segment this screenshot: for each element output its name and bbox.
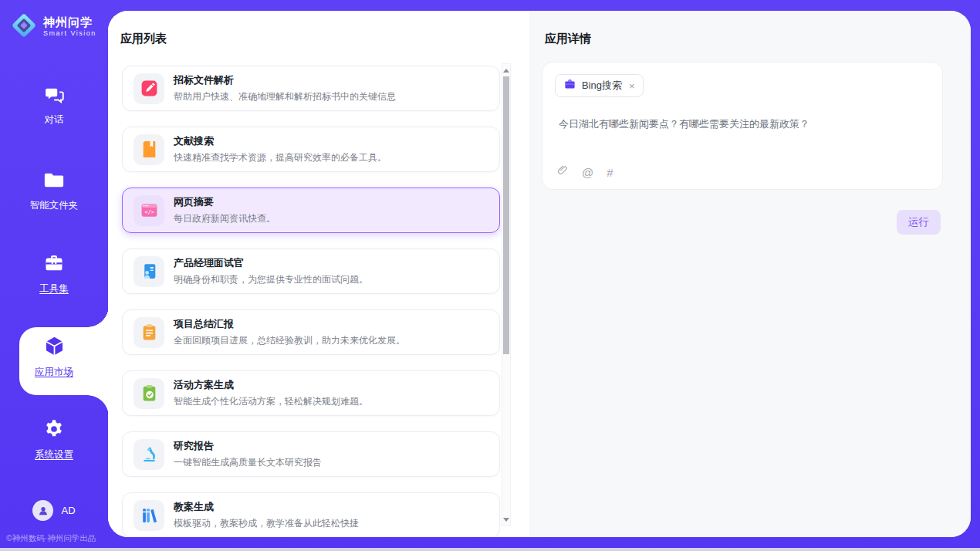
mention-icon[interactable]: @ <box>582 166 593 179</box>
scroll-up-icon[interactable] <box>502 66 510 75</box>
microscope-icon <box>133 439 164 470</box>
app-desc: 明确身份和职责，为您提供专业性的面试问题。 <box>174 273 368 286</box>
app-desc: 帮助用户快速、准确地理解和解析招标书中的关键信息 <box>174 90 396 103</box>
cube-icon <box>43 335 66 360</box>
app-desc: 一键智能生成高质量长文本研究报告 <box>174 456 322 469</box>
app-name: 招标文件解析 <box>174 73 396 87</box>
pen-square-icon <box>133 73 164 104</box>
tool-tag-bing-search[interactable]: Bing搜索 × <box>555 74 644 97</box>
app-desc: 智能生成个性化活动方案，轻松解决规划难题。 <box>174 395 368 408</box>
app-card-list: 招标文件解析 帮助用户快速、准确地理解和解析招标书中的关键信息 文献搜索 <box>122 66 500 537</box>
app-frame: 神州问学 Smart Vision 对话 智能文件夹 <box>0 0 980 548</box>
app-card-web-summary[interactable]: </> 网页摘要 每日政府新闻资讯快查。 <box>122 188 500 233</box>
sidebar-item-chat[interactable]: 对话 <box>0 84 108 127</box>
app-card-bid-analysis[interactable]: 招标文件解析 帮助用户快速、准确地理解和解析招标书中的关键信息 <box>122 66 500 111</box>
brand-name: 神州问学 <box>43 16 96 29</box>
content-panel: 应用列表 招标文件解析 帮助用户快速、准确地理解和解析招标书中的关键信息 <box>108 11 971 537</box>
app-name: 项目总结汇报 <box>174 317 405 331</box>
app-card-pm-interviewer[interactable]: 产品经理面试官 明确身份和职责，为您提供专业性的面试问题。 <box>122 248 500 294</box>
prompt-card: Bing搜索 × 今日湖北有哪些新闻要点？有哪些需要关注的最新政策？ @ # <box>542 62 943 190</box>
sidebar-item-label: 工具集 <box>39 282 69 296</box>
attachment-icon[interactable] <box>556 164 569 180</box>
remove-tool-icon[interactable]: × <box>629 80 635 92</box>
app-name: 研究报告 <box>174 439 322 453</box>
scrollbar-thumb[interactable] <box>503 76 509 354</box>
brand-logo: 神州问学 Smart Vision <box>11 12 96 42</box>
briefcase-icon <box>563 78 576 94</box>
svg-text:</>: </> <box>144 209 154 215</box>
folder-icon <box>43 169 65 194</box>
prompt-input[interactable]: 今日湖北有哪些新闻要点？有哪些需要关注的最新政策？ <box>559 117 927 132</box>
app-card-literature-search[interactable]: 文献搜索 快速精准查找学术资源，提高研究效率的必备工具。 <box>122 127 500 172</box>
user-account[interactable]: AD <box>0 500 108 521</box>
tool-tag-label: Bing搜索 <box>582 79 622 93</box>
app-name: 产品经理面试官 <box>174 256 368 270</box>
resume-icon <box>133 256 164 287</box>
app-name: 教案生成 <box>174 500 359 514</box>
app-name: 网页摘要 <box>174 195 275 209</box>
user-name: AD <box>61 505 75 516</box>
brand-diamond-icon <box>11 12 37 42</box>
app-list-title: 应用列表 <box>120 32 167 46</box>
app-list-panel: 应用列表 招标文件解析 帮助用户快速、准确地理解和解析招标书中的关键信息 <box>108 11 529 537</box>
copyright-text: ©神州数码·神州问学出品 <box>6 533 96 544</box>
avatar <box>32 500 53 521</box>
book-icon <box>133 134 164 165</box>
app-desc: 模板驱动，教案秒成，教学准备从此轻松快捷 <box>174 517 359 530</box>
toolbox-icon <box>43 252 65 277</box>
chat-icon <box>44 84 65 108</box>
app-card-lesson-plan[interactable]: 教案生成 模板驱动，教案秒成，教学准备从此轻松快捷 <box>122 492 500 537</box>
app-card-event-plan[interactable]: 活动方案生成 智能生成个性化活动方案，轻松解决规划难题。 <box>122 370 500 416</box>
books-icon <box>133 500 164 531</box>
clipboard-icon <box>133 317 164 348</box>
run-button[interactable]: 运行 <box>897 210 941 235</box>
sidebar-item-toolset[interactable]: 工具集 <box>0 252 108 296</box>
sidebar-item-label: 智能文件夹 <box>30 199 79 212</box>
app-card-research-report[interactable]: 研究报告 一键智能生成高质量长文本研究报告 <box>122 431 500 477</box>
clipboard-check-icon <box>133 378 164 409</box>
sidebar-item-label: 应用市场 <box>35 366 73 379</box>
sidebar-item-settings[interactable]: 系统设置 <box>0 418 108 461</box>
gear-icon <box>43 418 65 443</box>
list-scrollbar[interactable] <box>502 63 511 526</box>
app-desc: 每日政府新闻资讯快查。 <box>174 212 275 225</box>
sidebar-item-label: 对话 <box>45 113 64 127</box>
sidebar-item-label: 系统设置 <box>35 448 73 461</box>
app-desc: 快速精准查找学术资源，提高研究效率的必备工具。 <box>174 151 387 164</box>
app-name: 文献搜索 <box>174 134 387 148</box>
browser-code-icon: </> <box>133 195 164 226</box>
sidebar-item-app-market[interactable]: 应用市场 <box>0 335 108 379</box>
scroll-down-icon[interactable] <box>502 515 510 524</box>
input-toolbar: @ # <box>556 164 613 180</box>
sidebar: 神州问学 Smart Vision 对话 智能文件夹 <box>0 0 108 548</box>
app-detail-panel: 应用详情 Bing搜索 × 今日湖北有哪些新闻要点？有哪些需要关注的最新政策？ <box>529 11 971 537</box>
hash-icon[interactable]: # <box>607 166 613 179</box>
app-name: 活动方案生成 <box>174 378 368 392</box>
brand-subtitle: Smart Vision <box>43 30 96 37</box>
app-detail-title: 应用详情 <box>545 32 591 46</box>
app-card-project-summary[interactable]: 项目总结汇报 全面回顾项目进展，总结经验教训，助力未来优化发展。 <box>122 309 500 355</box>
app-desc: 全面回顾项目进展，总结经验教训，助力未来优化发展。 <box>174 334 405 347</box>
sidebar-item-smart-folder[interactable]: 智能文件夹 <box>0 169 108 212</box>
